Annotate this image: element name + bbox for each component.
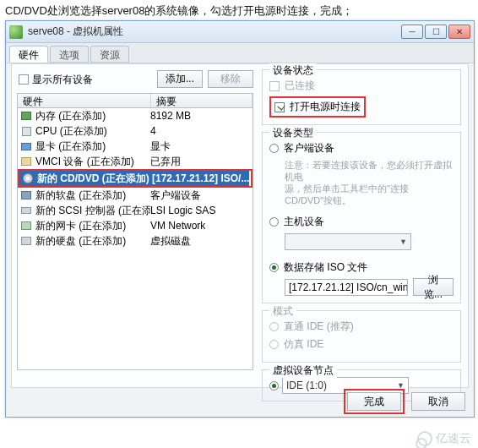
group-title-node: 虚拟设备节点 bbox=[269, 363, 337, 378]
device-row-nic[interactable]: 新的网卡 (正在添加) VM Network bbox=[18, 218, 253, 233]
page-instruction: CD/DVD处浏览选择server08的系统镜像，勾选打开电源时连接，完成； bbox=[0, 0, 478, 22]
remove-button[interactable]: 移除 bbox=[208, 70, 253, 88]
finish-button[interactable]: 完成 bbox=[347, 392, 401, 411]
client-device-radio[interactable] bbox=[269, 144, 279, 153]
left-pane: 显示所有设备 添加... 移除 硬件 摘要 内存 (正在添加) 8192 MB bbox=[17, 69, 253, 382]
cancel-button[interactable]: 取消 bbox=[411, 392, 465, 411]
minimize-button[interactable]: ─ bbox=[401, 25, 423, 39]
cpu-icon bbox=[19, 125, 33, 137]
client-device-hint: 注意：若要连接该设备，您必须打开虚拟机电 源，然后单击工具栏中的"连接 CD/D… bbox=[285, 159, 454, 206]
datastore-iso-radio[interactable] bbox=[269, 263, 279, 272]
host-device-radio[interactable] bbox=[269, 217, 279, 227]
vmci-icon bbox=[19, 156, 33, 167]
chk-connect-on-power[interactable]: 打开电源时连接 bbox=[274, 100, 361, 114]
emulate-radio bbox=[269, 340, 279, 349]
group-device-status: 设备状态 已连接 打开电源时连接 bbox=[262, 69, 461, 125]
tab-hardware[interactable]: 硬件 bbox=[9, 46, 48, 63]
memory-icon bbox=[19, 110, 33, 122]
add-button[interactable]: 添加... bbox=[157, 70, 203, 88]
radio-host-device[interactable]: 主机设备 bbox=[269, 215, 454, 229]
radio-client-device[interactable]: 客户端设备 bbox=[269, 141, 454, 156]
connect-on-power-checkbox[interactable] bbox=[274, 102, 285, 112]
right-pane: 设备状态 已连接 打开电源时连接 设备类型 客户端设备 bbox=[262, 69, 461, 382]
scsi-icon bbox=[19, 205, 33, 216]
device-row-floppy[interactable]: 新的软盘 (正在添加) 客户端设备 bbox=[18, 188, 253, 203]
highlight-cddvd: 新的 CD/DVD (正在添加) [172.17.21.12] ISO/... bbox=[18, 169, 253, 188]
device-row-memory[interactable]: 内存 (正在添加) 8192 MB bbox=[18, 108, 253, 123]
chevron-down-icon: ▼ bbox=[399, 238, 407, 246]
device-list-header: 硬件 摘要 bbox=[17, 93, 253, 108]
group-title-type: 设备类型 bbox=[269, 126, 317, 140]
chk-connected: 已连接 bbox=[269, 79, 454, 93]
device-row-scsi[interactable]: 新的 SCSI 控制器 (正在添加) LSI Logic SAS bbox=[18, 203, 253, 218]
nic-icon bbox=[19, 220, 33, 232]
group-title-status: 设备状态 bbox=[269, 63, 317, 78]
device-list[interactable]: 内存 (正在添加) 8192 MB CPU (正在添加) 4 显卡 (正在添加)… bbox=[17, 108, 253, 370]
floppy-icon bbox=[19, 189, 33, 201]
device-row-cddvd[interactable]: 新的 CD/DVD (正在添加) [172.17.21.12] ISO/... bbox=[19, 171, 249, 186]
radio-passthrough: 直通 IDE (推荐) bbox=[269, 320, 454, 334]
show-all-devices[interactable]: 显示所有设备 bbox=[19, 71, 93, 88]
device-row-cpu[interactable]: CPU (正在添加) 4 bbox=[18, 123, 253, 139]
connected-checkbox bbox=[269, 81, 280, 91]
group-mode: 模式 直通 IDE (推荐) 仿真 IDE bbox=[262, 310, 461, 363]
show-all-label: 显示所有设备 bbox=[32, 73, 93, 87]
tab-options[interactable]: 选项 bbox=[50, 46, 89, 63]
browse-button[interactable]: 浏览... bbox=[413, 278, 454, 296]
close-button[interactable]: ✕ bbox=[448, 25, 470, 39]
vm-settings-window: serve08 - 虚拟机属性 ─ ☐ ✕ 硬件 选项 资源 显示所有设备 添加… bbox=[5, 20, 475, 418]
app-icon bbox=[9, 25, 23, 39]
window-title: serve08 - 虚拟机属性 bbox=[28, 25, 401, 39]
tab-resources[interactable]: 资源 bbox=[90, 46, 129, 63]
device-row-video[interactable]: 显卡 (正在添加) 显卡 bbox=[18, 139, 253, 154]
passthrough-radio bbox=[269, 322, 279, 331]
col-summary[interactable]: 摘要 bbox=[151, 94, 253, 107]
maximize-button[interactable]: ☐ bbox=[425, 25, 447, 39]
show-all-checkbox[interactable] bbox=[19, 74, 29, 85]
hdd-icon bbox=[19, 235, 33, 247]
iso-path-input[interactable]: [172.17.21.12] ISO/cn_windows_ser bbox=[285, 279, 408, 296]
watermark: 亿速云 bbox=[417, 431, 471, 446]
titlebar[interactable]: serve08 - 虚拟机属性 ─ ☐ ✕ bbox=[6, 21, 474, 43]
group-device-type: 设备类型 客户端设备 注意：若要连接该设备，您必须打开虚拟机电 源，然后单击工具… bbox=[262, 132, 461, 303]
node-radio[interactable] bbox=[269, 381, 279, 391]
device-row-vmci[interactable]: VMCI 设备 (正在添加) 已弃用 bbox=[18, 154, 253, 169]
host-device-select: ▼ bbox=[285, 233, 411, 250]
radio-emulate: 仿真 IDE bbox=[269, 337, 454, 352]
tab-bar: 硬件 选项 资源 bbox=[6, 43, 474, 63]
group-title-mode: 模式 bbox=[269, 304, 296, 319]
client-area: 显示所有设备 添加... 移除 硬件 摘要 内存 (正在添加) 8192 MB bbox=[11, 63, 469, 388]
device-row-hdd[interactable]: 新的硬盘 (正在添加) 虚拟磁盘 bbox=[18, 233, 253, 249]
col-hardware[interactable]: 硬件 bbox=[18, 94, 151, 107]
cd-icon bbox=[21, 172, 35, 184]
cloud-icon bbox=[417, 431, 432, 446]
dialog-footer: 完成 取消 bbox=[344, 390, 465, 413]
video-icon bbox=[19, 140, 33, 152]
